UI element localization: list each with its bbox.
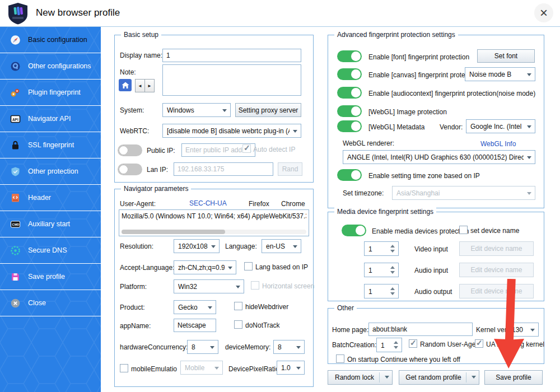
audio-output-count-spinner[interactable]: 1: [364, 284, 399, 298]
spinner-down-icon[interactable]: [390, 250, 395, 253]
header-doc-icon: [10, 193, 21, 203]
accept-language-select[interactable]: zh-CN,zh;q=0.9: [174, 260, 236, 274]
system-select[interactable]: Windows: [162, 103, 231, 117]
close-icon[interactable]: ×: [534, 3, 553, 22]
sidebar-item-save-profile[interactable]: Save profile: [0, 264, 101, 290]
device-memory-select[interactable]: 8: [273, 340, 305, 354]
spinner-down-icon[interactable]: [390, 271, 395, 274]
appname-input[interactable]: [174, 319, 216, 332]
sidebar-item-label: Secure DNS: [28, 246, 67, 254]
sidebar-item-ssl-fingerprint[interactable]: SSL fingerprint: [0, 132, 101, 158]
do-not-track-checkbox[interactable]: [234, 320, 242, 329]
chevron-down-icon: [210, 346, 214, 349]
horizontal-screen-checkbox[interactable]: [251, 281, 259, 290]
lan-ip-input[interactable]: [174, 162, 273, 176]
set-timezone-label: Set timezone:: [343, 189, 384, 197]
public-ip-toggle[interactable]: [118, 144, 142, 156]
toggle-knob: [351, 106, 361, 116]
user-agent-label: User-Agent:: [120, 200, 156, 208]
sec-ch-ua-link[interactable]: SEC-CH-UA: [189, 199, 227, 207]
setting-proxy-server-button[interactable]: Setting proxy server: [235, 103, 301, 117]
spinner-up-icon[interactable]: [390, 266, 395, 269]
hide-webdriver-checkbox[interactable]: [234, 302, 242, 310]
ua-matching-kernel-checkbox[interactable]: [475, 339, 483, 348]
mobile-emulation-checkbox[interactable]: [120, 364, 128, 372]
save-profile-button[interactable]: Save profile: [484, 370, 543, 385]
font-protection-toggle[interactable]: [337, 50, 362, 62]
product-select[interactable]: Gecko: [174, 300, 216, 314]
chevron-down-icon: [214, 367, 219, 370]
lan-ip-toggle[interactable]: [118, 164, 142, 175]
chevron-down-icon: [296, 367, 301, 370]
sidebar-item-other-configurations[interactable]: Other configurations: [0, 53, 101, 80]
note-prev-button[interactable]: ◄: [135, 79, 145, 92]
api-icon: API: [10, 114, 21, 124]
spinner-down-icon[interactable]: [390, 292, 395, 295]
sidebar-item-auxiliary-start[interactable]: CMD Auxiliary start: [0, 211, 101, 237]
note-next-button[interactable]: ►: [144, 79, 155, 92]
edit-audio-output-device-button[interactable]: Edit device name: [459, 284, 534, 298]
sidebar-item-label: Auxiliary start: [28, 220, 70, 228]
spinner-up-icon[interactable]: [394, 341, 398, 344]
sidebar-item-label: Header: [28, 194, 51, 202]
spinner-up-icon[interactable]: [390, 287, 395, 290]
sidebar-item-header[interactable]: Header: [0, 185, 101, 211]
sidebar-item-basic-configuration[interactable]: Basic configuration: [0, 27, 101, 53]
video-input-count-spinner[interactable]: 1: [364, 241, 399, 256]
random-lock-button[interactable]: Random lock: [328, 370, 393, 385]
scrollbar-thumb[interactable]: [122, 230, 225, 234]
user-agent-value: Mozilla/5.0 (Windows NT 10.0; Win64; x64…: [122, 212, 306, 220]
toggle-knob: [351, 52, 361, 61]
next-icon: ►: [147, 83, 152, 88]
language-select[interactable]: en-US: [262, 239, 301, 253]
random-user-agent-checkbox[interactable]: [409, 339, 417, 348]
chrome-link[interactable]: Chrome: [281, 200, 305, 208]
kernel-version-select[interactable]: 130: [507, 323, 539, 337]
edit-audio-input-device-button[interactable]: Edit device name: [459, 263, 534, 277]
platform-select[interactable]: Win32: [174, 279, 244, 293]
audio-input-count-spinner[interactable]: 1: [364, 263, 399, 277]
sidebar-item-secure-dns[interactable]: Secure DNS: [0, 237, 101, 264]
mobile-emulation-select[interactable]: Mobile: [180, 361, 223, 375]
sidebar-item-other-protection[interactable]: Other protection: [0, 158, 101, 185]
spinner-down-icon[interactable]: [394, 346, 398, 349]
webgl-image-toggle[interactable]: [337, 105, 362, 117]
webgl-info-link[interactable]: WebGL Info: [480, 140, 516, 148]
vendor-select[interactable]: Google Inc. (Intel: [466, 119, 535, 133]
resolution-select[interactable]: 1920x1080: [174, 239, 220, 253]
webrtc-select[interactable]: [disable mode B] disable webrtc plug-in …: [162, 124, 301, 138]
webgl-metadata-toggle[interactable]: [337, 120, 362, 132]
user-agent-box[interactable]: Mozilla/5.0 (Windows NT 10.0; Win64; x64…: [119, 209, 309, 236]
lang-based-on-ip-checkbox[interactable]: [244, 262, 253, 270]
webgl-renderer-select[interactable]: ANGLE (Intel, Intel(R) UHD Graphics 630 …: [343, 150, 535, 164]
toggle-knob: [119, 146, 128, 155]
edit-video-device-button[interactable]: Edit device name: [459, 241, 534, 256]
firefox-link[interactable]: Firefox: [249, 200, 269, 208]
rand-button[interactable]: Rand: [278, 162, 302, 176]
set-font-button[interactable]: Set font: [477, 49, 535, 63]
device-pixel-ratio-select[interactable]: 1.0: [277, 361, 305, 375]
home-page-input[interactable]: [368, 323, 473, 336]
note-textarea[interactable]: [162, 64, 301, 96]
batch-creation-spinner[interactable]: 1: [376, 338, 402, 352]
hardware-concurrency-select[interactable]: 8: [187, 340, 218, 354]
media-devices-toggle[interactable]: [342, 225, 366, 236]
sidebar-item-close[interactable]: Close: [0, 290, 101, 316]
chevron-down-icon[interactable]: [472, 376, 476, 379]
spinner-up-icon[interactable]: [390, 245, 395, 248]
home-button[interactable]: [119, 79, 132, 91]
audiocontext-protection-toggle[interactable]: [337, 87, 362, 99]
timezone-by-ip-toggle[interactable]: [337, 169, 362, 181]
display-name-input[interactable]: [162, 49, 301, 62]
chevron-down-icon[interactable]: [385, 376, 389, 379]
sidebar-item-navigator-api[interactable]: API Navigator API: [0, 106, 101, 132]
sidebar-item-plugin-fingerprint[interactable]: Plugin fingerprint: [0, 80, 101, 106]
get-random-profile-button[interactable]: Get random profile: [399, 370, 479, 385]
canvas-mode-select[interactable]: Noise mode B: [465, 67, 535, 81]
horizontal-screen-label: Horizontal screen: [262, 282, 314, 290]
canvas-protection-toggle[interactable]: [337, 68, 362, 80]
auto-detect-ip-checkbox[interactable]: [242, 144, 251, 153]
startup-continue-checkbox[interactable]: [336, 354, 344, 363]
timezone-select[interactable]: Asia/Shanghai: [392, 186, 535, 200]
set-device-name-checkbox[interactable]: [459, 226, 468, 234]
